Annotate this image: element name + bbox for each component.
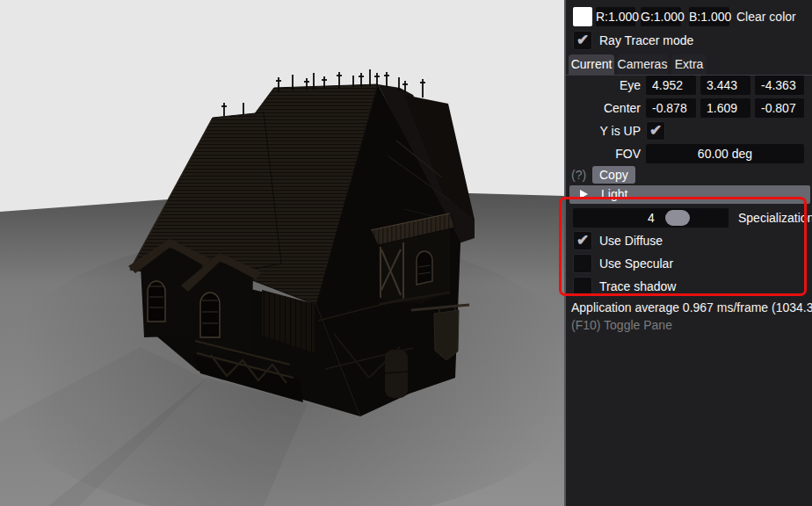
- center-label: Center: [566, 98, 641, 118]
- center-x-field[interactable]: -0.878: [646, 98, 696, 118]
- slider-grab[interactable]: [665, 210, 690, 226]
- slider-value: 4: [634, 208, 669, 228]
- center-z-field[interactable]: -0.807: [755, 98, 804, 118]
- fov-field[interactable]: 60.00 deg: [646, 144, 804, 163]
- eye-y-field[interactable]: 3.443: [700, 76, 750, 95]
- fov-label: FOV: [566, 144, 641, 163]
- check-icon: ✔: [647, 122, 664, 139]
- eye-z-field[interactable]: -4.363: [755, 76, 804, 95]
- eye-label: Eye: [566, 76, 641, 95]
- toggle-pane-hint: (F10) Toggle Pane: [571, 318, 672, 332]
- clear-color-b-field[interactable]: B:1.000: [689, 7, 729, 26]
- tab-current[interactable]: Current: [569, 54, 614, 75]
- center-y-field[interactable]: 1.609: [700, 98, 750, 118]
- use-specular-label: Use Specular: [599, 254, 673, 273]
- y-up-checkbox[interactable]: ✔: [646, 121, 665, 141]
- ray-tracer-mode-label: Ray Tracer mode: [599, 31, 693, 50]
- use-specular-checkbox[interactable]: ✔: [573, 254, 592, 273]
- scene-viewport[interactable]: [0, 0, 564, 506]
- collapsed-arrow-icon: [580, 190, 588, 199]
- ray-tracer-mode-checkbox[interactable]: ✔: [573, 31, 592, 50]
- y-up-label: Y is UP: [566, 121, 641, 141]
- trace-shadow-checkbox[interactable]: ✔: [573, 277, 592, 296]
- trace-shadow-label: Trace shadow: [599, 277, 676, 296]
- tab-extra[interactable]: Extra: [671, 54, 707, 75]
- tab-cameras[interactable]: Cameras: [617, 54, 668, 75]
- specialization-slider[interactable]: 4: [573, 208, 729, 228]
- use-diffuse-checkbox[interactable]: ✔: [573, 231, 592, 250]
- eye-x-field[interactable]: 4.952: [646, 76, 696, 95]
- performance-status: Application average 0.967 ms/frame (1034…: [571, 300, 812, 314]
- light-section-header[interactable]: Light: [569, 185, 810, 204]
- specialization-label: Specialization: [738, 208, 812, 228]
- clear-color-g-field[interactable]: G:1.000: [641, 7, 681, 26]
- use-diffuse-label: Use Diffuse: [599, 231, 663, 250]
- check-icon: ✔: [574, 32, 591, 48]
- check-icon: ✔: [574, 232, 591, 249]
- app-window: R:1.000 G:1.000 B:1.000 Clear color ✔ Ra…: [0, 0, 812, 506]
- clear-color-r-field[interactable]: R:1.000: [596, 7, 635, 26]
- copy-button[interactable]: Copy: [592, 166, 635, 184]
- clear-color-swatch[interactable]: [573, 7, 592, 26]
- settings-panel: R:1.000 G:1.000 B:1.000 Clear color ✔ Ra…: [564, 0, 812, 506]
- help-marker[interactable]: (?): [571, 166, 586, 184]
- clear-color-label: Clear color: [736, 7, 796, 26]
- light-header-label: Light: [601, 185, 627, 204]
- scene-render: [0, 0, 564, 506]
